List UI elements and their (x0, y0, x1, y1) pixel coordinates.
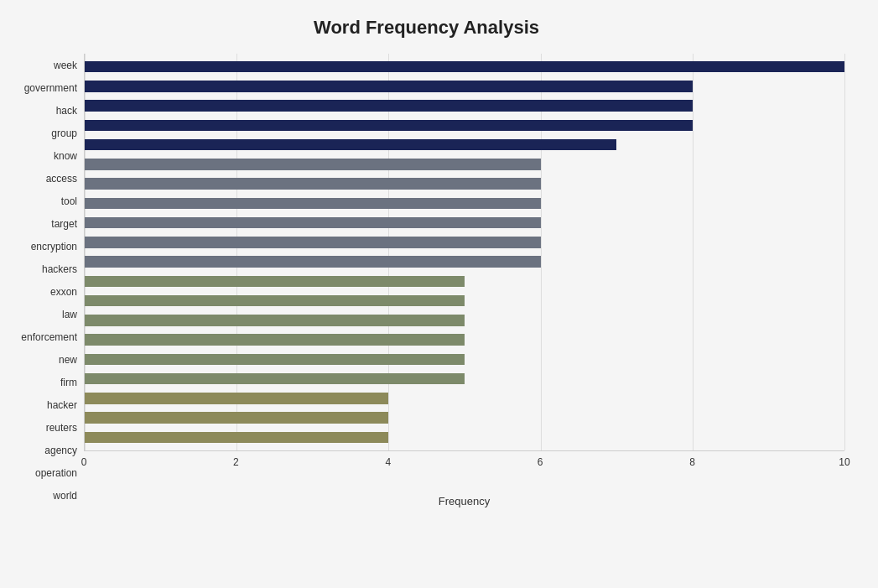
bar-row (85, 116, 844, 135)
bar (85, 237, 541, 247)
bar-row (85, 154, 844, 174)
bar (85, 276, 465, 287)
y-label: new (59, 355, 77, 365)
bar-row (85, 57, 844, 76)
bars-and-xaxis: 0246810 Frequency (84, 54, 844, 507)
y-label: firm (60, 377, 77, 388)
bar-row (85, 408, 844, 428)
bar (85, 334, 465, 345)
bar-row (85, 272, 844, 291)
y-label: know (54, 151, 77, 161)
y-label: exxon (50, 287, 77, 297)
bar (85, 256, 541, 267)
bar-row (85, 96, 844, 116)
bar (85, 373, 465, 384)
y-label: reuters (46, 423, 77, 433)
bar-row (85, 213, 844, 232)
y-label: encryption (31, 242, 77, 252)
chart-title: Word Frequency Analysis (8, 17, 844, 39)
bar-row (85, 252, 844, 272)
x-axis-labels: 0246810 (84, 451, 844, 471)
x-tick-label: 6 (538, 456, 543, 468)
bar (85, 412, 388, 423)
bar (85, 295, 465, 306)
x-tick-label: 8 (689, 456, 695, 468)
bar (85, 432, 388, 443)
y-label: hackers (42, 264, 77, 274)
y-axis-labels: weekgovernmenthackgroupknowaccesstooltar… (8, 54, 84, 507)
y-label: government (24, 83, 77, 93)
bars-section (84, 54, 844, 451)
bar-row (85, 291, 844, 310)
x-axis-title: Frequency (84, 495, 844, 507)
bar-row (85, 174, 844, 194)
bar (85, 159, 541, 169)
bar-row (85, 135, 844, 154)
y-label: access (46, 174, 77, 184)
bar-row (85, 369, 844, 388)
bar (85, 81, 693, 91)
y-label: world (53, 491, 77, 501)
bar-rows (85, 54, 844, 450)
y-label: law (62, 310, 77, 320)
bar (85, 100, 693, 111)
x-tick-label: 0 (81, 456, 87, 468)
bar-row (85, 194, 844, 213)
y-label: agency (44, 445, 77, 455)
bar (85, 120, 693, 131)
y-label: group (51, 128, 77, 138)
bar-row (85, 232, 844, 252)
y-label: operation (35, 468, 77, 478)
bar (85, 393, 388, 403)
x-tick-label: 10 (839, 456, 849, 468)
bar (85, 198, 541, 209)
y-label: hack (56, 106, 77, 116)
chart-container: Word Frequency Analysis weekgovernmentha… (0, 0, 878, 588)
bar-row (85, 428, 844, 447)
bar (85, 61, 844, 72)
y-label: tool (61, 196, 77, 206)
bar (85, 354, 465, 365)
x-tick-label: 4 (385, 456, 391, 468)
bar (85, 315, 465, 325)
bar-row (85, 330, 844, 350)
bar (85, 217, 541, 228)
bar (85, 139, 616, 150)
bar-row (85, 350, 844, 369)
y-label: hacker (47, 400, 77, 410)
y-label: week (54, 60, 77, 70)
bar-row (85, 76, 844, 96)
bar (85, 178, 541, 189)
grid-line (844, 54, 845, 450)
y-label: enforcement (21, 332, 77, 342)
bar-row (85, 388, 844, 408)
bar-row (85, 310, 844, 330)
y-label: target (51, 219, 77, 229)
x-tick-label: 2 (233, 456, 239, 468)
chart-area: weekgovernmenthackgroupknowaccesstooltar… (8, 54, 844, 507)
